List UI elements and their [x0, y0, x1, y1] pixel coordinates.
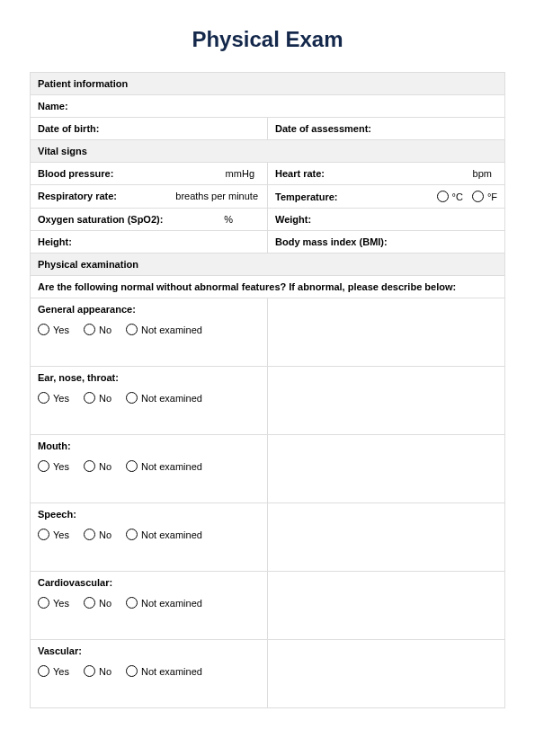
exam-item-cell: Cardiovascular:YesNoNot examined [31, 572, 268, 640]
not-examined-option[interactable]: Not examined [126, 324, 202, 335]
height-label: Height: [38, 236, 72, 247]
dob-label: Date of birth: [38, 123, 99, 134]
radio-icon [38, 665, 49, 677]
exam-item-label: General appearance: [38, 304, 260, 315]
exam-item-options: YesNoNot examined [38, 324, 260, 335]
spo2-label: Oxygen saturation (SpO2): [38, 214, 163, 225]
exam-item-options: YesNoNot examined [38, 529, 260, 540]
temp-label: Temperature: [275, 191, 337, 202]
no-option-label: No [99, 461, 111, 472]
not-examined-option-label: Not examined [141, 393, 202, 404]
exam-item-options: YesNoNot examined [38, 597, 260, 609]
no-option-label: No [99, 529, 111, 540]
no-option[interactable]: No [84, 460, 111, 472]
exam-item-notes[interactable] [268, 572, 505, 640]
hr-label: Heart rate: [275, 168, 325, 179]
not-examined-option-label: Not examined [141, 598, 202, 609]
exam-item-label: Speech: [38, 509, 260, 520]
yes-option[interactable]: Yes [38, 597, 69, 609]
exam-item-notes[interactable] [268, 435, 505, 503]
doa-field[interactable]: Date of assessment: [268, 118, 505, 140]
temp-f-option[interactable]: °F [472, 191, 497, 202]
not-examined-option[interactable]: Not examined [126, 460, 202, 472]
dob-field[interactable]: Date of birth: [31, 118, 268, 140]
exam-item-cell: General appearance:YesNoNot examined [31, 298, 268, 367]
radio-icon [126, 597, 138, 609]
no-option[interactable]: No [84, 324, 111, 335]
yes-option[interactable]: Yes [38, 460, 69, 472]
not-examined-option-label: Not examined [141, 666, 202, 677]
temp-c-option[interactable]: °C [437, 191, 463, 202]
radio-icon [126, 665, 138, 677]
temp-field[interactable]: Temperature: °C °F [268, 185, 505, 209]
yes-option[interactable]: Yes [38, 392, 69, 404]
physical-exam-form: Physical Exam Patient information Name: … [0, 0, 535, 726]
exam-item-label: Ear, nose, throat: [38, 372, 260, 383]
spo2-field[interactable]: Oxygen saturation (SpO2): % [31, 209, 268, 231]
exam-item-notes[interactable] [268, 503, 505, 572]
rr-label: Respiratory rate: [38, 191, 117, 201]
radio-icon [38, 460, 49, 472]
radio-icon [38, 324, 49, 335]
exam-item-notes[interactable] [268, 367, 505, 435]
no-option[interactable]: No [84, 529, 111, 540]
exam-item-options: YesNoNot examined [38, 392, 260, 404]
not-examined-option[interactable]: Not examined [126, 665, 202, 677]
bmi-label: Body mass index (BMI): [275, 236, 388, 247]
no-option[interactable]: No [84, 392, 111, 404]
radio-icon [84, 460, 95, 472]
page-title: Physical Exam [30, 27, 505, 52]
no-option[interactable]: No [84, 597, 111, 609]
rr-field[interactable]: Respiratory rate: breaths per minute [31, 185, 268, 209]
bp-unit: mmHg [226, 168, 254, 179]
radio-icon [126, 392, 138, 404]
hr-field[interactable]: Heart rate: bpm [268, 163, 505, 185]
radio-icon [126, 324, 138, 335]
yes-option[interactable]: Yes [38, 529, 69, 540]
exam-item-notes[interactable] [268, 298, 505, 367]
exam-item-cell: Mouth:YesNoNot examined [31, 435, 268, 503]
radio-icon [84, 665, 95, 677]
exam-item-options: YesNoNot examined [38, 665, 260, 677]
bp-label: Blood pressure: [38, 168, 113, 179]
name-field[interactable]: Name: [31, 95, 505, 118]
exam-item-notes[interactable] [268, 640, 505, 708]
bp-field[interactable]: Blood pressure: mmHg [31, 163, 268, 185]
weight-label: Weight: [275, 214, 311, 225]
radio-icon [126, 529, 138, 540]
yes-option-label: Yes [53, 393, 69, 404]
height-field[interactable]: Height: [31, 231, 268, 253]
not-examined-option[interactable]: Not examined [126, 392, 202, 404]
radio-icon [38, 597, 49, 609]
bmi-field[interactable]: Body mass index (BMI): [268, 231, 505, 253]
name-label: Name: [38, 101, 68, 111]
exam-item-label: Mouth: [38, 440, 260, 451]
yes-option-label: Yes [53, 325, 69, 335]
weight-field[interactable]: Weight: [268, 209, 505, 231]
temp-f-label: °F [487, 191, 497, 202]
form-table: Patient information Name: Date of birth:… [30, 72, 505, 708]
radio-icon [84, 324, 95, 335]
yes-option-label: Yes [53, 461, 69, 472]
no-option[interactable]: No [84, 665, 111, 677]
exam-item-cell: Speech:YesNoNot examined [31, 503, 268, 572]
yes-option[interactable]: Yes [38, 665, 69, 677]
radio-icon [84, 529, 95, 540]
yes-option[interactable]: Yes [38, 324, 69, 335]
not-examined-option[interactable]: Not examined [126, 529, 202, 540]
radio-icon [84, 597, 95, 609]
exam-item-label: Cardiovascular: [38, 577, 260, 588]
yes-option-label: Yes [53, 666, 69, 677]
not-examined-option[interactable]: Not examined [126, 597, 202, 609]
section-vital-signs: Vital signs [31, 140, 505, 163]
exam-item-cell: Ear, nose, throat:YesNoNot examined [31, 367, 268, 435]
radio-icon [437, 191, 449, 202]
exam-item-cell: Vascular:YesNoNot examined [31, 640, 268, 708]
spo2-unit: % [224, 214, 233, 225]
hr-unit: bpm [473, 168, 492, 179]
exam-instruction: Are the following normal without abnorma… [31, 276, 505, 298]
radio-icon [38, 392, 49, 404]
no-option-label: No [99, 393, 111, 404]
exam-item-options: YesNoNot examined [38, 460, 260, 472]
section-patient-info: Patient information [31, 73, 505, 95]
